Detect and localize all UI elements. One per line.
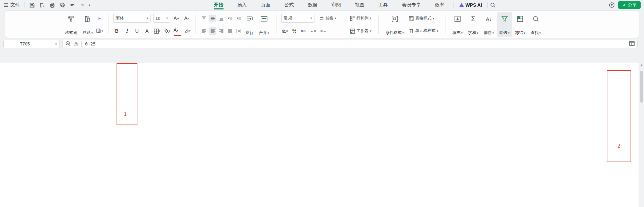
font-dialog-launcher[interactable]	[189, 34, 191, 36]
conditional-format-button[interactable]: 条件格式▾	[383, 12, 406, 37]
name-box[interactable]: T705 ▾	[3, 40, 60, 48]
align-bottom-icon[interactable]	[218, 15, 225, 22]
divider	[343, 15, 343, 34]
file-menu[interactable]: 文件	[0, 0, 23, 10]
copy-icon[interactable]: ▾	[96, 27, 103, 35]
divider	[378, 15, 379, 34]
tab-插入[interactable]: 插入	[230, 0, 254, 10]
rows-columns-icon	[350, 16, 355, 21]
tab-会员专享[interactable]: 会员专享	[395, 0, 428, 10]
freeze-label: 冻结▾	[515, 30, 525, 36]
fill-icon	[454, 14, 462, 24]
fill-button[interactable]: 填充▾	[450, 12, 465, 37]
align-left-icon[interactable]	[200, 27, 208, 35]
tab-开始[interactable]: 开始	[207, 0, 230, 10]
rows-columns-button[interactable]: 行和列▾	[348, 14, 374, 23]
sum-label: 求和▾	[468, 30, 478, 36]
justify-icon[interactable]	[226, 27, 234, 35]
quickbar-more-icon[interactable]: ▾	[89, 3, 90, 7]
divider	[81, 41, 82, 47]
borders-icon[interactable]: ▾	[154, 27, 161, 35]
wrap-text-button[interactable]: 换行	[243, 12, 256, 37]
shrink-font-icon[interactable]: A-	[183, 14, 190, 22]
share-label: 分享	[628, 2, 637, 8]
font-name-select[interactable]: 宋体▾	[113, 14, 151, 23]
scrollbar-thumb[interactable]	[640, 71, 643, 103]
formula-input[interactable]: fx 0.25	[62, 40, 638, 48]
redo-icon[interactable]	[79, 2, 85, 8]
italic-icon[interactable]: I	[123, 27, 131, 35]
paste-button[interactable]: 粘贴▾	[80, 12, 95, 37]
cell-style-label: 单元格样式	[415, 28, 435, 34]
upload-sync-icon[interactable]	[609, 2, 615, 8]
merge-cells-button[interactable]: 合并▾	[257, 12, 272, 37]
format-painter-button[interactable]: 格式刷	[63, 12, 80, 37]
decrease-decimal-icon[interactable]: .00→	[319, 27, 326, 35]
convert-button[interactable]: 转换▾	[317, 14, 339, 23]
print-preview-icon[interactable]	[59, 2, 65, 8]
tab-公式[interactable]: 公式	[277, 0, 301, 10]
wps-ai-button[interactable]: WPS AI	[456, 2, 485, 8]
export-icon[interactable]	[39, 2, 45, 8]
bold-icon[interactable]: B	[113, 27, 121, 35]
align-center-icon[interactable]	[209, 27, 216, 35]
wrap-text-label: 换行	[246, 30, 254, 36]
hamburger-icon	[3, 2, 9, 8]
sum-icon: Σ	[471, 14, 475, 24]
distributed-icon[interactable]	[235, 27, 243, 35]
tab-视图[interactable]: 视图	[348, 0, 372, 10]
eraser-icon[interactable]: ▾	[184, 27, 191, 35]
undo-icon[interactable]	[69, 2, 75, 8]
cut-icon[interactable]: ✂	[96, 15, 103, 22]
vertical-scrollbar[interactable]: ▲	[639, 63, 644, 207]
freeze-button[interactable]: 冻结▾	[513, 12, 528, 37]
worksheet-button[interactable]: 工作表▾	[348, 27, 374, 35]
thousands-separator-icon[interactable]: 000	[300, 27, 307, 35]
font-size-select[interactable]: 10▾	[153, 14, 170, 23]
accounting-format-icon[interactable]: ▾	[281, 27, 289, 35]
print-icon[interactable]	[49, 2, 55, 8]
filter-button[interactable]: 筛选▾	[497, 12, 512, 37]
number-format-select[interactable]: 常规▾	[281, 14, 314, 23]
cell-style-icon	[409, 28, 414, 33]
sheet-panel-icon[interactable]	[629, 41, 635, 47]
divider	[94, 2, 94, 8]
save-icon[interactable]	[29, 2, 35, 8]
grow-font-icon[interactable]: A+	[173, 14, 180, 22]
cell-style-button[interactable]: 单元格样式▾	[407, 27, 440, 35]
conditional-format-icon	[391, 14, 399, 24]
zoom-formula-icon[interactable]	[66, 41, 71, 47]
decrease-indent-icon[interactable]	[226, 15, 234, 22]
name-box-dropdown-icon[interactable]: ▾	[55, 42, 57, 46]
clipboard-dialog-launcher[interactable]	[102, 34, 104, 36]
table-style-icon	[409, 16, 414, 21]
format-painter-label: 格式刷	[65, 30, 77, 36]
percent-icon[interactable]: %	[291, 27, 298, 35]
increase-decimal-icon[interactable]: ←.0	[309, 27, 317, 35]
tab-数据[interactable]: 数据	[301, 0, 325, 10]
tab-审阅[interactable]: 审阅	[325, 0, 348, 10]
sort-button[interactable]: A↓ 排序▾	[481, 12, 497, 37]
align-top-icon[interactable]	[200, 15, 208, 22]
tab-效率[interactable]: 效率	[428, 0, 452, 10]
increase-indent-icon[interactable]	[235, 15, 243, 22]
insert-function-icon[interactable]: fx	[74, 41, 78, 46]
tab-页面[interactable]: 页面	[254, 0, 277, 10]
font-color-icon[interactable]: A▾	[174, 27, 181, 35]
fill-color-icon[interactable]: ▾	[164, 27, 171, 35]
tab-工具[interactable]: 工具	[372, 0, 395, 10]
annotation-label-1: 1	[124, 111, 127, 117]
align-right-icon[interactable]	[218, 27, 225, 35]
share-button[interactable]: 分享	[618, 1, 641, 9]
search-icon[interactable]	[490, 2, 496, 8]
find-button[interactable]: 查找▾	[528, 12, 543, 37]
number-group: 常规▾ 转换▾ ▾ % 000 ←.0 .00→	[280, 12, 340, 37]
underline-icon[interactable]: U	[133, 27, 141, 35]
sum-button[interactable]: Σ 求和▾	[466, 12, 481, 37]
font-name-value: 宋体	[116, 15, 124, 21]
table-style-button[interactable]: 表格样式▾	[407, 14, 440, 23]
scroll-up-icon[interactable]: ▲	[639, 63, 644, 67]
fill-label: 填充▾	[453, 30, 463, 36]
strikethrough-icon[interactable]: A	[143, 27, 151, 35]
align-middle-icon[interactable]	[209, 15, 216, 22]
